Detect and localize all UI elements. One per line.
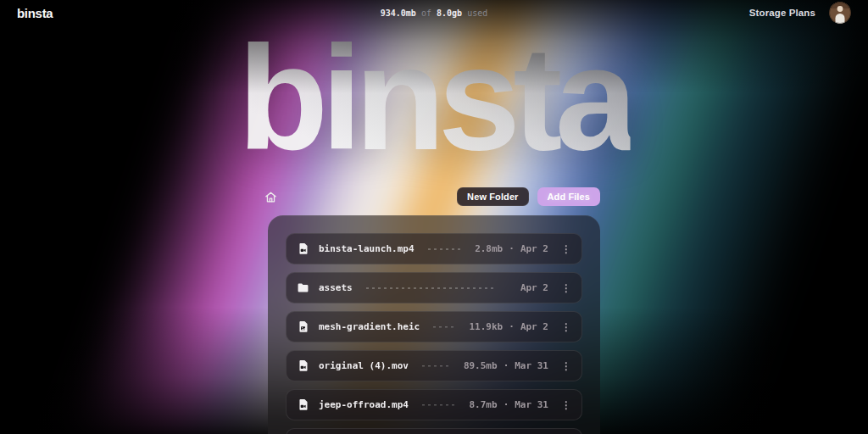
home-icon bbox=[264, 191, 277, 203]
storage-usage: 934.0mb of 8.0gb used bbox=[381, 8, 488, 18]
background-watermark: binsta bbox=[238, 24, 631, 172]
dotted-leader bbox=[428, 248, 462, 250]
file-date: Mar 31 bbox=[515, 360, 548, 371]
avatar-image bbox=[829, 2, 851, 24]
dotted-leader bbox=[422, 365, 450, 367]
table-row-assets[interactable]: assets Apr 2 ⋮ bbox=[286, 272, 582, 303]
table-row-original-4[interactable]: original (4).mov 89.5mb · Mar 31 ⋮ bbox=[286, 350, 582, 381]
kebab-menu-icon[interactable]: ⋮ bbox=[561, 244, 571, 254]
header: binsta 934.0mb of 8.0gb used Storage Pla… bbox=[0, 0, 868, 25]
storage-used-label: used bbox=[467, 8, 487, 18]
file-name: binsta-launch.mp4 bbox=[319, 243, 415, 254]
file-name: jeep-offroad.mp4 bbox=[319, 399, 409, 410]
add-files-button[interactable]: Add Files bbox=[537, 187, 601, 206]
file-name: mesh-gradient.heic bbox=[319, 321, 420, 332]
table-row-jeep-offroad[interactable]: jeep-offroad.mp4 8.7mb · Mar 31 ⋮ bbox=[286, 389, 582, 420]
kebab-menu-icon[interactable]: ⋮ bbox=[561, 283, 571, 293]
kebab-menu-icon[interactable]: ⋮ bbox=[561, 400, 571, 410]
dotted-leader bbox=[433, 326, 455, 328]
storage-total-value: 8.0gb bbox=[437, 8, 462, 18]
file-meta: Apr 2 bbox=[509, 282, 548, 293]
meta-separator: · bbox=[509, 321, 515, 332]
app-logo[interactable]: binsta bbox=[17, 6, 53, 20]
folder-name: assets bbox=[319, 282, 353, 293]
file-size: 2.8mb bbox=[475, 243, 503, 254]
kebab-menu-icon[interactable]: ⋮ bbox=[561, 361, 571, 371]
file-date: Apr 2 bbox=[520, 243, 548, 254]
file-date: Apr 2 bbox=[520, 321, 548, 332]
home-button[interactable] bbox=[264, 190, 278, 203]
table-row-partial[interactable] bbox=[286, 428, 582, 434]
file-meta: 2.8mb · Apr 2 bbox=[475, 243, 548, 254]
header-right: Storage Plans bbox=[749, 2, 851, 24]
file-date: Apr 2 bbox=[520, 282, 548, 293]
video-file-icon bbox=[297, 398, 309, 411]
file-size: 89.5mb bbox=[464, 360, 498, 371]
storage-plans-link[interactable]: Storage Plans bbox=[749, 8, 815, 18]
file-size: 11.9kb bbox=[470, 321, 504, 332]
meta-separator: · bbox=[504, 399, 509, 410]
kebab-menu-icon[interactable]: ⋮ bbox=[561, 322, 571, 332]
file-date: Mar 31 bbox=[515, 399, 548, 410]
meta-separator: · bbox=[504, 360, 509, 371]
storage-of-label: of bbox=[421, 8, 431, 18]
toolbar: New Folder Add Files bbox=[268, 187, 600, 206]
dotted-leader bbox=[366, 287, 495, 289]
new-folder-button[interactable]: New Folder bbox=[457, 187, 528, 206]
user-avatar[interactable] bbox=[829, 2, 851, 24]
video-file-icon bbox=[297, 242, 309, 255]
folder-icon bbox=[297, 281, 309, 294]
table-row-mesh-gradient[interactable]: mesh-gradient.heic 11.9kb · Apr 2 ⋮ bbox=[286, 311, 582, 342]
file-meta: 8.7mb · Mar 31 bbox=[470, 399, 549, 410]
video-file-icon bbox=[297, 359, 309, 372]
file-size: 8.7mb bbox=[470, 399, 498, 410]
table-row-binsta-launch[interactable]: binsta-launch.mp4 2.8mb · Apr 2 ⋮ bbox=[286, 233, 582, 264]
file-list-panel: binsta-launch.mp4 2.8mb · Apr 2 ⋮ assets… bbox=[268, 215, 600, 434]
file-name: original (4).mov bbox=[319, 360, 409, 371]
meta-separator: · bbox=[509, 243, 515, 254]
storage-used-value: 934.0mb bbox=[381, 8, 416, 18]
file-meta: 11.9kb · Apr 2 bbox=[470, 321, 549, 332]
file-meta: 89.5mb · Mar 31 bbox=[464, 360, 548, 371]
dotted-leader bbox=[422, 404, 456, 406]
image-file-icon bbox=[297, 320, 309, 333]
